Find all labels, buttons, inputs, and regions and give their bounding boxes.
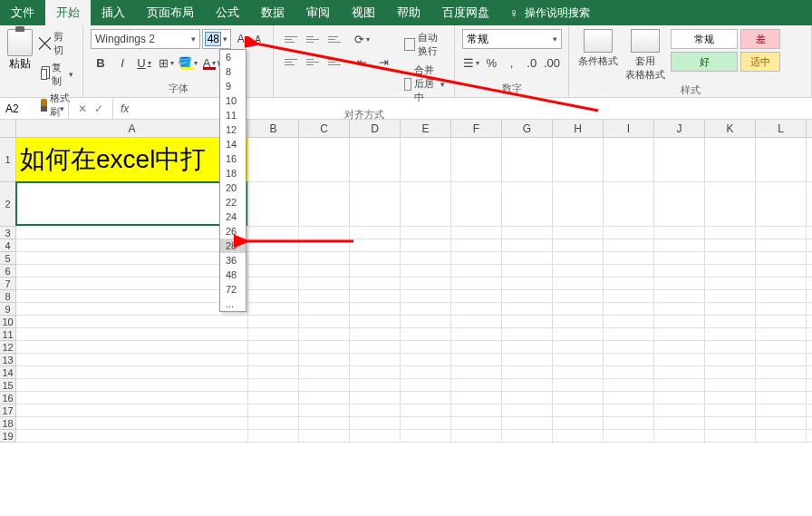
cell[interactable] (451, 341, 502, 353)
cell[interactable] (553, 265, 604, 277)
cell[interactable] (16, 417, 248, 429)
cell[interactable] (401, 239, 451, 251)
row-header[interactable]: 18 (0, 417, 15, 430)
cell[interactable] (299, 252, 350, 264)
cell[interactable] (705, 252, 756, 264)
row-header[interactable]: 11 (0, 328, 15, 341)
cell[interactable] (502, 303, 553, 315)
cell[interactable] (705, 227, 756, 239)
cell[interactable] (705, 379, 756, 391)
row-header[interactable]: 12 (0, 341, 15, 354)
fx-label[interactable]: fx (113, 98, 136, 119)
cell[interactable] (401, 341, 451, 353)
font-size-option[interactable]: 12 (220, 122, 246, 137)
cell[interactable] (502, 392, 553, 404)
cell[interactable] (756, 328, 807, 340)
cell[interactable] (299, 239, 350, 251)
cell[interactable] (553, 354, 604, 365)
tab-page-layout[interactable]: 页面布局 (136, 0, 205, 25)
row-header[interactable]: 6 (0, 265, 15, 277)
align-right-button[interactable] (324, 52, 344, 72)
increase-decimal-button[interactable]: .0 (523, 53, 541, 73)
cell[interactable] (401, 252, 451, 264)
cell[interactable] (299, 328, 350, 340)
cell[interactable] (756, 252, 807, 264)
column-header[interactable]: E (401, 120, 451, 137)
cell[interactable] (16, 392, 248, 404)
cell[interactable] (502, 227, 553, 239)
cell[interactable] (654, 430, 705, 442)
tab-review[interactable]: 审阅 (295, 0, 341, 25)
row-header[interactable]: 5 (0, 252, 15, 265)
cell[interactable] (502, 341, 553, 353)
cell[interactable] (604, 417, 654, 429)
cell[interactable] (299, 182, 350, 226)
cell[interactable] (604, 316, 654, 327)
cell[interactable] (654, 252, 705, 264)
cell[interactable] (553, 239, 604, 251)
cell[interactable] (350, 227, 401, 239)
cell[interactable] (502, 354, 553, 365)
cell[interactable] (248, 341, 299, 353)
cell-style-bad[interactable]: 差 (740, 29, 780, 49)
cell[interactable] (451, 227, 502, 239)
cell[interactable] (248, 239, 299, 251)
cell[interactable] (756, 277, 807, 289)
cell[interactable] (16, 277, 248, 289)
tell-me-search[interactable]: ♀ 操作说明搜索 (500, 0, 599, 25)
cell[interactable] (350, 354, 401, 365)
font-size-option[interactable]: 48 (220, 268, 246, 282)
cell[interactable] (604, 239, 654, 251)
cell[interactable] (705, 290, 756, 302)
cell[interactable] (654, 417, 705, 429)
cell[interactable] (451, 138, 502, 181)
cell[interactable] (756, 182, 807, 226)
decrease-indent-button[interactable]: ⇤ (352, 52, 372, 72)
cell[interactable] (350, 404, 401, 416)
row-header[interactable]: 3 (0, 227, 15, 239)
cell[interactable] (16, 316, 248, 327)
cell[interactable] (604, 252, 654, 264)
cell[interactable] (604, 341, 654, 353)
cell[interactable] (16, 366, 248, 378)
cut-button[interactable]: 剪切 (37, 29, 75, 58)
cell-style-neutral[interactable]: 适中 (740, 52, 780, 72)
cell[interactable] (502, 417, 553, 429)
cell[interactable] (248, 182, 299, 226)
cell[interactable] (502, 328, 553, 340)
cell[interactable] (248, 265, 299, 277)
decrease-decimal-button[interactable]: .00 (543, 53, 561, 73)
cell[interactable] (350, 417, 401, 429)
cell[interactable] (401, 303, 451, 315)
cell[interactable] (248, 354, 299, 365)
row-header[interactable]: 7 (0, 277, 15, 290)
column-header[interactable]: D (350, 120, 401, 137)
font-size-option[interactable]: 26 (220, 224, 246, 239)
cell[interactable] (451, 404, 502, 416)
font-size-option[interactable]: 72 (220, 282, 246, 297)
cell[interactable] (705, 277, 756, 289)
cell[interactable] (401, 404, 451, 416)
cell[interactable] (604, 392, 654, 404)
cell[interactable] (705, 138, 756, 181)
column-header[interactable]: A (16, 120, 248, 137)
cell[interactable] (451, 239, 502, 251)
row-header[interactable]: 19 (0, 430, 15, 443)
cell[interactable] (401, 392, 451, 404)
cell[interactable] (248, 290, 299, 302)
increase-font-button[interactable]: A (233, 29, 248, 49)
font-size-option[interactable]: 18 (220, 166, 246, 180)
cell[interactable] (401, 227, 451, 239)
cell[interactable] (604, 379, 654, 391)
cell[interactable] (502, 277, 553, 289)
cell[interactable] (654, 227, 705, 239)
cell[interactable] (299, 138, 350, 181)
cell[interactable] (553, 417, 604, 429)
cell[interactable] (553, 138, 604, 181)
cell[interactable] (451, 303, 502, 315)
cell[interactable] (756, 392, 807, 404)
cell[interactable] (705, 354, 756, 365)
cell[interactable] (248, 366, 299, 378)
cell[interactable] (502, 316, 553, 327)
cell[interactable] (451, 430, 502, 442)
